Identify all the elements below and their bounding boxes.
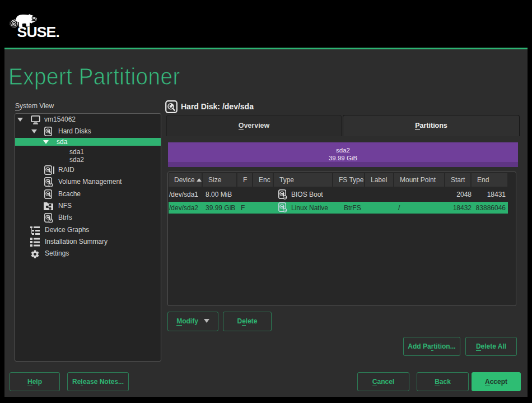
svg-text:SUSE.: SUSE. (17, 24, 60, 40)
